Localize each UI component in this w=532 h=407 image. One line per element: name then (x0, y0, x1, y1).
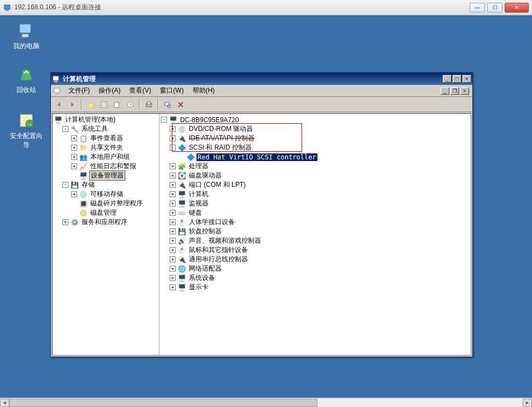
device-tree-pane[interactable]: - 🖥️ DC-8B9C95E9A720 +💿DVD/CD-ROM 驱动器 +🔌… (160, 114, 471, 355)
mdi-minimize-button[interactable]: _ (441, 87, 449, 95)
desktop-icon-security-wizard[interactable]: → 安全配置向导 (9, 112, 44, 150)
device-node-cpu[interactable]: +🧩处理器 (170, 162, 470, 171)
expand-icon[interactable]: + (170, 238, 176, 244)
expand-icon[interactable]: + (170, 173, 176, 179)
mdi-close-button[interactable]: × (460, 87, 469, 95)
device-node-computer[interactable]: +🖥️计算机 (170, 190, 470, 199)
inner-close-button[interactable]: × (462, 75, 471, 83)
scroll-track[interactable] (9, 399, 523, 407)
menu-view[interactable]: 查看(V) (125, 85, 155, 96)
outer-window: 192.168.0.106 - 远程桌面连接 — ☐ ✕ 我的电脑 回收站 → … (0, 0, 532, 407)
expand-icon[interactable]: + (170, 200, 176, 207)
tree-node-root[interactable]: 🖥️ 计算机管理(本地) (54, 115, 158, 124)
tree-node-defrag[interactable]: 🔳磁盘碎片整理程序 (71, 199, 158, 208)
event-viewer-icon: 📋 (79, 134, 88, 143)
desktop-icon-recycle-bin[interactable]: 回收站 (9, 66, 44, 95)
expand-icon[interactable]: + (170, 210, 176, 216)
expand-icon[interactable]: + (170, 228, 176, 234)
scroll-left-button[interactable]: ◄ (0, 399, 9, 407)
toolbar-scan-button[interactable] (161, 99, 174, 111)
outer-titlebar: 192.168.0.106 - 远程桌面连接 — ☐ ✕ (0, 0, 532, 15)
expand-icon[interactable]: + (170, 247, 176, 253)
expand-icon[interactable]: + (71, 191, 77, 197)
tree-node-services-apps[interactable]: + ⚙️ 服务和应用程序 (62, 217, 158, 227)
menu-window[interactable]: 窗口(W) (155, 85, 188, 96)
expand-icon[interactable]: + (62, 219, 68, 225)
tree-node-device-manager[interactable]: 🖥️设备管理器 (71, 171, 158, 180)
expand-icon[interactable]: + (170, 275, 176, 281)
expand-icon[interactable]: + (71, 154, 77, 160)
tree-node-removable[interactable]: +💿可移动存储 (71, 190, 158, 199)
device-node-ports[interactable]: +🔌端口 (COM 和 LPT) (170, 180, 470, 190)
tree-node-perf-logs[interactable]: +📈性能日志和警报 (71, 162, 158, 171)
inner-minimize-button[interactable]: _ (443, 75, 452, 83)
expand-icon[interactable]: + (170, 163, 176, 169)
toolbar-help-button[interactable]: ? (124, 99, 136, 111)
device-node-sound[interactable]: +🔊声音、视频和游戏控制器 (170, 236, 470, 245)
inner-titlebar[interactable]: 计算机管理 _ □ × (51, 73, 472, 85)
collapse-icon[interactable]: - (62, 126, 68, 132)
device-node-mouse[interactable]: +🖱️鼠标和其它指针设备 (170, 245, 470, 255)
inner-maximize-button[interactable]: □ (453, 75, 461, 83)
device-node-keyboard[interactable]: +⌨️键盘 (170, 208, 470, 217)
remote-desktop-area[interactable]: 我的电脑 回收站 → 安全配置向导 计算机管理 _ □ (0, 15, 532, 398)
tree-node-disk-mgmt[interactable]: 📀磁盘管理 (71, 208, 158, 217)
tree-node-storage[interactable]: - 💾 存储 (62, 180, 158, 190)
scroll-right-button[interactable]: ► (523, 399, 532, 407)
expand-icon[interactable]: + (170, 266, 176, 272)
toolbar-properties-button[interactable] (98, 99, 110, 111)
toolbar-back-button[interactable] (53, 99, 65, 111)
device-node-hid[interactable]: +🖱️人体学接口设备 (170, 217, 470, 227)
expand-icon[interactable]: + (170, 182, 176, 188)
device-node-system-dev[interactable]: +🖥️系统设备 (170, 273, 470, 283)
expand-icon[interactable]: + (71, 163, 77, 169)
expand-icon[interactable]: + (170, 135, 176, 141)
menubar: 文件(F) 操作(A) 查看(V) 窗口(W) 帮助(H) _ ❐ × (51, 85, 472, 97)
tree-node-event-viewer[interactable]: +📋事件查看器 (71, 134, 158, 143)
outer-title: 192.168.0.106 - 远程桌面连接 (14, 3, 470, 12)
expand-icon[interactable]: + (170, 126, 176, 132)
collapse-icon[interactable]: - (170, 145, 176, 151)
device-node-scsi[interactable]: -🔷SCSI 和 RAID 控制器 (170, 143, 470, 152)
device-node-host[interactable]: - 🖥️ DC-8B9C95E9A720 (161, 115, 470, 124)
device-node-network[interactable]: +🌐网络适配器 (170, 264, 470, 273)
device-node-display[interactable]: +🖥️显示卡 (170, 283, 470, 292)
outer-horizontal-scrollbar[interactable]: ◄ ► (0, 398, 532, 407)
device-node-disk-drives[interactable]: +💽磁盘驱动器 (170, 171, 470, 180)
toolbar-export-button[interactable] (111, 99, 123, 111)
device-node-usb[interactable]: +🔌通用串行总线控制器 (170, 255, 470, 264)
tree-node-system-tools[interactable]: - 🔧 系统工具 (62, 124, 158, 134)
menu-help[interactable]: 帮助(H) (188, 85, 219, 96)
expand-icon[interactable]: + (170, 284, 176, 290)
maximize-button[interactable]: ☐ (487, 3, 502, 13)
menu-action[interactable]: 操作(A) (94, 85, 125, 96)
expand-icon[interactable]: + (170, 256, 176, 262)
toolbar: ? (51, 97, 472, 112)
device-node-ide[interactable]: +🔌IDE ATA/ATAPI 控制器 (170, 134, 470, 143)
device-node-floppy[interactable]: +💾软盘控制器 (170, 227, 470, 236)
device-node-monitor[interactable]: +🖥️监视器 (170, 199, 470, 208)
device-node-dvd[interactable]: +💿DVD/CD-ROM 驱动器 (170, 124, 470, 134)
collapse-icon[interactable]: - (62, 182, 68, 188)
menu-file[interactable]: 文件(F) (64, 85, 94, 96)
monitor-icon: 🖥️ (177, 199, 186, 208)
tree-node-local-users[interactable]: +👥本地用户和组 (71, 152, 158, 162)
mdi-restore-button[interactable]: ❐ (450, 87, 459, 95)
left-tree-pane[interactable]: 🖥️ 计算机管理(本地) - 🔧 系统工具 (53, 114, 160, 355)
minimize-button[interactable]: — (470, 3, 485, 13)
toolbar-forward-button[interactable] (66, 99, 78, 111)
toolbar-print-button[interactable] (143, 99, 155, 111)
expand-icon[interactable]: + (71, 145, 77, 151)
close-button[interactable]: ✕ (505, 3, 529, 13)
toolbar-uninstall-button[interactable] (175, 99, 187, 111)
svg-rect-0 (4, 5, 10, 9)
expand-icon[interactable]: + (170, 191, 176, 197)
tree-node-shared-folders[interactable]: +📁共享文件夹 (71, 143, 158, 152)
scroll-thumb[interactable] (9, 399, 317, 407)
toolbar-up-button[interactable] (85, 99, 97, 111)
device-node-scsi-controller[interactable]: 🔷Red Hat VirtIO SCSI controller (178, 152, 470, 162)
expand-icon[interactable]: + (170, 219, 176, 225)
desktop-icon-my-computer[interactable]: 我的电脑 (9, 22, 44, 51)
expand-icon[interactable]: + (71, 135, 77, 141)
collapse-icon[interactable]: - (161, 117, 167, 123)
